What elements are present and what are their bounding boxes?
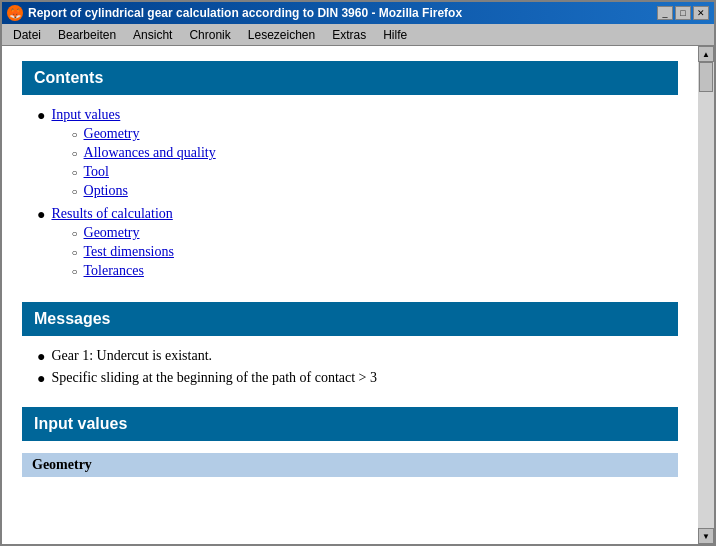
title-bar-buttons: _ □ ✕	[657, 6, 709, 20]
menu-lesezeichen[interactable]: Lesezeichen	[242, 26, 321, 44]
firefox-icon: 🦊	[7, 5, 23, 21]
open-bullet-4: ○	[71, 186, 77, 197]
sub-tolerances-item: ○ Tolerances	[71, 263, 173, 279]
allowances-link[interactable]: Allowances and quality	[84, 145, 216, 161]
menu-extras[interactable]: Extras	[326, 26, 372, 44]
results-link[interactable]: Results of calculation	[51, 206, 172, 221]
message-text-2: Specific sliding at the beginning of the…	[51, 370, 377, 386]
sub-allowances-item: ○ Allowances and quality	[71, 145, 215, 161]
input-values-item: ● Input values ○ Geometry ○ Allowan	[37, 107, 678, 202]
input-values-header: Input values	[22, 407, 678, 441]
results-group: Results of calculation ○ Geometry ○ Test…	[51, 206, 173, 282]
input-values-link[interactable]: Input values	[51, 107, 120, 122]
msg-bullet-1: ●	[37, 349, 45, 365]
message-text-1: Gear 1: Undercut is existant.	[51, 348, 212, 364]
browser-window: 🦊 Report of cylindrical gear calculation…	[0, 0, 716, 546]
open-bullet-2: ○	[71, 148, 77, 159]
menu-bar: Datei Bearbeiten Ansicht Chronik Lesezei…	[2, 24, 714, 46]
scrollbar-track[interactable]	[698, 62, 714, 528]
geometry-link-1[interactable]: Geometry	[84, 126, 140, 142]
sub-geometry-item: ○ Geometry	[71, 126, 215, 142]
test-dimensions-link[interactable]: Test dimensions	[84, 244, 174, 260]
menu-chronik[interactable]: Chronik	[183, 26, 236, 44]
msg-bullet-2: ●	[37, 371, 45, 387]
open-bullet-3: ○	[71, 167, 77, 178]
message-item-1: ● Gear 1: Undercut is existant.	[37, 348, 678, 365]
tolerances-link[interactable]: Tolerances	[84, 263, 144, 279]
bullet-filled-1: ●	[37, 108, 45, 124]
sub-test-dimensions-item: ○ Test dimensions	[71, 244, 173, 260]
title-bar-left: 🦊 Report of cylindrical gear calculation…	[7, 5, 462, 21]
contents-list: ● Input values ○ Geometry ○ Allowan	[22, 107, 678, 282]
input-values-section: Input values Geometry	[22, 407, 678, 477]
tool-link[interactable]: Tool	[84, 164, 109, 180]
results-item: ● Results of calculation ○ Geometry ○	[37, 206, 678, 282]
maximize-button[interactable]: □	[675, 6, 691, 20]
scrollbar-thumb[interactable]	[699, 62, 713, 92]
input-values-group: Input values ○ Geometry ○ Allowances and…	[51, 107, 215, 202]
open-bullet-5: ○	[71, 228, 77, 239]
menu-bearbeiten[interactable]: Bearbeiten	[52, 26, 122, 44]
window-title: Report of cylindrical gear calculation a…	[28, 6, 462, 20]
menu-hilfe[interactable]: Hilfe	[377, 26, 413, 44]
message-item-2: ● Specific sliding at the beginning of t…	[37, 370, 678, 387]
browser-area: Contents ● Input values ○ Geometry	[2, 46, 714, 544]
title-bar: 🦊 Report of cylindrical gear calculation…	[2, 2, 714, 24]
messages-section: Messages ● Gear 1: Undercut is existant.…	[22, 302, 678, 387]
input-values-sub-list: ○ Geometry ○ Allowances and quality ○ To…	[51, 126, 215, 199]
sub-geometry-result-item: ○ Geometry	[71, 225, 173, 241]
menu-datei[interactable]: Datei	[7, 26, 47, 44]
content-area: Contents ● Input values ○ Geometry	[2, 46, 698, 544]
geometry-link-2[interactable]: Geometry	[84, 225, 140, 241]
options-link[interactable]: Options	[84, 183, 128, 199]
open-bullet-7: ○	[71, 266, 77, 277]
contents-header: Contents	[22, 61, 678, 95]
results-sub-list: ○ Geometry ○ Test dimensions ○ Tolerance…	[51, 225, 173, 279]
open-bullet-6: ○	[71, 247, 77, 258]
scroll-down-button[interactable]: ▼	[698, 528, 714, 544]
contents-section: Contents ● Input values ○ Geometry	[22, 61, 678, 282]
close-button[interactable]: ✕	[693, 6, 709, 20]
sub-tool-item: ○ Tool	[71, 164, 215, 180]
sub-options-item: ○ Options	[71, 183, 215, 199]
geometry-sub-header: Geometry	[22, 453, 678, 477]
minimize-button[interactable]: _	[657, 6, 673, 20]
scroll-up-button[interactable]: ▲	[698, 46, 714, 62]
menu-ansicht[interactable]: Ansicht	[127, 26, 178, 44]
messages-header: Messages	[22, 302, 678, 336]
messages-list: ● Gear 1: Undercut is existant. ● Specif…	[22, 348, 678, 387]
scrollbar: ▲ ▼	[698, 46, 714, 544]
open-bullet-1: ○	[71, 129, 77, 140]
bullet-filled-2: ●	[37, 207, 45, 223]
